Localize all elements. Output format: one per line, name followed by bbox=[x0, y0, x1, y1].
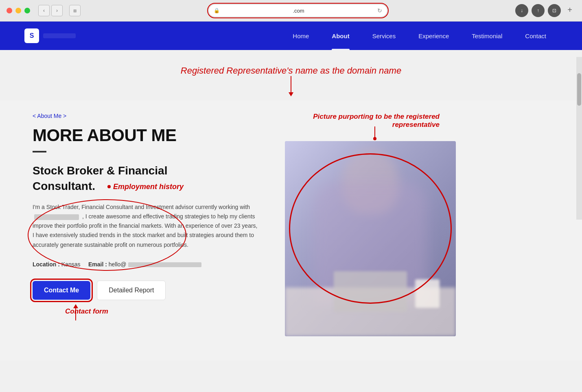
sidebar-button[interactable]: ⊞ bbox=[69, 5, 81, 16]
domain-annotation-area: Registered Representative's name as the … bbox=[0, 50, 582, 100]
domain-annotation-text: Registered Representative's name as the … bbox=[181, 65, 401, 76]
url-text: .com bbox=[223, 8, 374, 14]
scrollbar[interactable] bbox=[576, 57, 582, 220]
breadcrumb: < About Me > bbox=[33, 113, 260, 119]
photo-container bbox=[285, 141, 456, 336]
annotation-dot bbox=[107, 185, 111, 188]
email-label: Email : bbox=[88, 261, 107, 268]
browser-chrome: ‹ › ⊞ 🔒 .com ↻ ↓ ↑ ⊡ + bbox=[0, 0, 582, 22]
location-email: Location : Kansas Email : hello@ bbox=[33, 261, 260, 268]
reload-button[interactable]: ↻ bbox=[377, 7, 382, 14]
back-button[interactable]: ‹ bbox=[38, 5, 50, 16]
section-title: MORE ABOUT ME bbox=[33, 126, 260, 145]
traffic-lights bbox=[7, 8, 30, 13]
logo-icon: S bbox=[24, 28, 39, 43]
forward-button[interactable]: › bbox=[51, 5, 63, 16]
job-title-line1: Stock Broker & Financial bbox=[33, 164, 260, 178]
site-nav: S Home About Services Experience Testimo… bbox=[0, 22, 582, 50]
close-button[interactable] bbox=[7, 8, 12, 13]
annotation-line bbox=[291, 76, 291, 92]
annotation-arrow-down bbox=[289, 92, 293, 96]
page-wrapper: ‹ › ⊞ 🔒 .com ↻ ↓ ↑ ⊡ + S Home About Serv… bbox=[0, 0, 582, 361]
contact-form-label: Contact form bbox=[65, 307, 108, 316]
minimize-button[interactable] bbox=[15, 8, 21, 13]
laptop-shape-blur bbox=[334, 271, 407, 312]
about-left: < About Me > MORE ABOUT ME Stock Broker … bbox=[33, 113, 260, 336]
bio-redacted-company bbox=[34, 214, 79, 220]
mug-shape-blur bbox=[415, 279, 440, 308]
nav-home[interactable]: Home bbox=[281, 22, 320, 50]
nav-links: Home About Services Experience Testimoni… bbox=[281, 22, 558, 50]
address-bar-wrapper: 🔒 .com ↻ bbox=[85, 4, 510, 17]
share-button[interactable]: ↑ bbox=[532, 4, 545, 17]
about-right: Picture purporting to be the registered … bbox=[285, 113, 464, 336]
contact-annotation: Contact form bbox=[33, 304, 260, 316]
email-redacted bbox=[128, 262, 201, 267]
job-title-line2: Consultant. bbox=[33, 179, 95, 193]
location-value: Kansas bbox=[61, 261, 81, 268]
nav-about[interactable]: About bbox=[320, 22, 361, 50]
logo-area: S bbox=[24, 28, 76, 43]
detailed-report-button[interactable]: Detailed Report bbox=[97, 281, 166, 300]
nav-services[interactable]: Services bbox=[361, 22, 407, 50]
contact-arrow bbox=[73, 304, 78, 320]
buttons-row: Contact Me Detailed Report bbox=[33, 281, 260, 300]
nav-testimonial[interactable]: Testimonial bbox=[460, 22, 514, 50]
photo-blurred bbox=[285, 141, 456, 336]
logo-text bbox=[43, 33, 76, 38]
title-underline bbox=[33, 151, 46, 152]
contact-me-button[interactable]: Contact Me bbox=[33, 281, 90, 300]
domain-annotation-wrapper: Registered Representative's name as the … bbox=[0, 62, 582, 96]
download-button[interactable]: ↓ bbox=[515, 4, 528, 17]
location-label: Location : bbox=[33, 261, 60, 268]
window-button[interactable]: ⊡ bbox=[548, 4, 561, 17]
job-title-block: Stock Broker & Financial Consultant. Emp… bbox=[33, 164, 260, 194]
maximize-button[interactable] bbox=[24, 8, 30, 13]
employment-annotation-inline: Employment history bbox=[107, 183, 184, 191]
nav-contact[interactable]: Contact bbox=[514, 22, 558, 50]
photo-annotation-top: Picture purporting to be the registered … bbox=[285, 113, 464, 129]
lock-icon: 🔒 bbox=[214, 8, 220, 13]
about-section: < About Me > MORE ABOUT ME Stock Broker … bbox=[0, 100, 582, 361]
nav-experience[interactable]: Experience bbox=[407, 22, 460, 50]
employment-annotation-text: Employment history bbox=[113, 183, 184, 191]
photo-area bbox=[285, 141, 464, 336]
photo-annotation-dot bbox=[373, 137, 376, 140]
bio-text-part1: I'm a Stock Trader, Financial Consultant… bbox=[33, 204, 250, 210]
address-bar[interactable]: 🔒 .com ↻ bbox=[208, 4, 387, 17]
add-tab-button[interactable]: + bbox=[564, 4, 575, 15]
scrollbar-thumb[interactable] bbox=[577, 73, 581, 106]
nav-arrows: ‹ › bbox=[38, 5, 63, 16]
browser-actions: ↓ ↑ ⊡ + bbox=[515, 4, 575, 17]
photo-annotation-text: Picture purporting to be the registered … bbox=[313, 113, 440, 128]
contact-arrow-head bbox=[73, 304, 78, 308]
email-value: hello@ bbox=[109, 261, 127, 268]
contact-arrow-line bbox=[75, 308, 76, 320]
bio-container: I'm a Stock Trader, Financial Consultant… bbox=[33, 203, 260, 249]
